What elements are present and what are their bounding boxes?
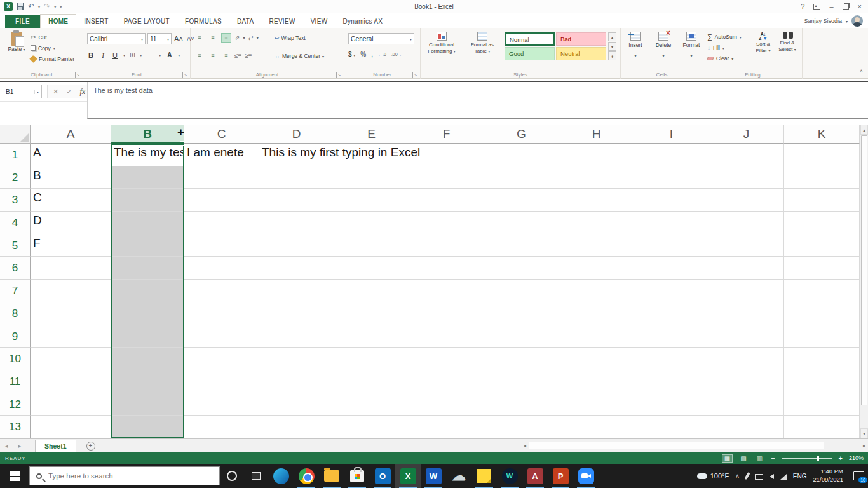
borders-icon[interactable]: ⊞ — [130, 51, 135, 59]
cell-i2[interactable] — [634, 166, 709, 189]
cell-a5[interactable]: F — [31, 234, 111, 257]
fill-handle[interactable] — [180, 141, 184, 146]
row-header-11[interactable]: 11 — [0, 370, 31, 393]
column-header-d[interactable]: D — [259, 125, 334, 144]
taskbar-app-access[interactable]: A — [522, 464, 548, 488]
cell-b2[interactable] — [111, 166, 184, 189]
cell-h11[interactable] — [559, 370, 634, 393]
decrease-indent-icon[interactable]: ≤≡ — [234, 52, 241, 59]
column-header-c[interactable]: C — [184, 125, 259, 144]
cell-i4[interactable] — [634, 212, 709, 234]
collapse-ribbon-icon[interactable]: ˄ — [860, 68, 863, 74]
cell-c13[interactable] — [184, 416, 259, 438]
undo-dropdown-icon[interactable]: ▾ — [38, 4, 40, 9]
underline-dropdown-icon[interactable]: ▾ — [123, 53, 125, 57]
cell-a6[interactable] — [31, 257, 111, 280]
middle-align-icon[interactable]: ≡ — [208, 33, 218, 43]
percent-icon[interactable]: % — [360, 51, 366, 58]
cell-d9[interactable] — [259, 325, 334, 348]
cell-e9[interactable] — [334, 325, 409, 348]
cell-a11[interactable] — [31, 370, 111, 393]
cell-a9[interactable] — [31, 325, 111, 348]
bottom-align-icon[interactable]: ≡ — [221, 33, 231, 43]
cell-k5[interactable] — [784, 234, 860, 257]
cell-b7[interactable] — [111, 280, 184, 302]
autosum-dropdown-icon[interactable]: ▾ — [740, 35, 742, 39]
delete-dropdown-icon[interactable]: ▾ — [662, 54, 664, 58]
cell-c3[interactable] — [184, 189, 259, 212]
cell-e10[interactable] — [334, 348, 409, 370]
column-header-h[interactable]: H — [559, 125, 634, 144]
format-dropdown-icon[interactable]: ▾ — [690, 54, 692, 58]
vertical-scrollbar[interactable]: ▴ ▾ — [860, 125, 868, 438]
copy-dropdown-icon[interactable]: ▾ — [53, 46, 55, 50]
taskbar-app-store[interactable] — [344, 464, 370, 488]
cell-i7[interactable] — [634, 280, 709, 302]
avatar[interactable] — [851, 15, 863, 27]
sheet-nav-left-icon[interactable]: ◂ — [0, 443, 13, 449]
cell-e4[interactable] — [334, 212, 409, 234]
cell-k8[interactable] — [784, 302, 860, 325]
cell-f12[interactable] — [409, 393, 484, 416]
cell-i6[interactable] — [634, 257, 709, 280]
currency-dropdown-icon[interactable]: ▾ — [353, 53, 355, 57]
borders-dropdown-icon[interactable]: ▾ — [140, 53, 142, 57]
cell-f9[interactable] — [409, 325, 484, 348]
cell-c11[interactable] — [184, 370, 259, 393]
search-input[interactable] — [47, 471, 200, 480]
row-header-7[interactable]: 7 — [0, 280, 31, 302]
tray-pen-icon[interactable] — [744, 472, 750, 480]
cell-h5[interactable] — [559, 234, 634, 257]
cell-a12[interactable] — [31, 393, 111, 416]
gallery-down-icon[interactable]: ▾ — [608, 42, 616, 51]
alignment-dialog-launcher[interactable]: ↘ — [336, 72, 342, 78]
cell-j10[interactable] — [709, 348, 784, 370]
copy-button[interactable]: Copy▾ — [31, 44, 74, 52]
cell-j8[interactable] — [709, 302, 784, 325]
horizontal-scroll-thumb[interactable] — [529, 442, 824, 449]
cell-k7[interactable] — [784, 280, 860, 302]
align-right-icon[interactable]: ≡ — [221, 51, 231, 60]
taskbar-app-chrome[interactable] — [294, 464, 319, 488]
column-header-k[interactable]: K — [784, 125, 860, 144]
cell-h8[interactable] — [559, 302, 634, 325]
zoom-slider-thumb[interactable] — [817, 456, 819, 461]
cell-b4[interactable] — [111, 212, 184, 234]
task-view-button[interactable] — [244, 464, 268, 488]
tab-formulas[interactable]: FORMULAS — [177, 15, 229, 28]
name-box-dropdown-icon[interactable]: ▾ — [34, 90, 39, 94]
cell-style-neutral[interactable]: Neutral — [556, 47, 606, 60]
text-direction-icon[interactable]: ⇄ — [248, 34, 253, 41]
align-left-icon[interactable]: ≡ — [194, 51, 205, 60]
zoom-out-icon[interactable]: − — [771, 454, 775, 462]
clear-dropdown-icon[interactable]: ▾ — [731, 57, 733, 61]
format-as-table-button[interactable]: Format asTable ▾ — [461, 32, 503, 55]
currency-icon[interactable]: $ ▾ — [348, 51, 355, 58]
column-header-i[interactable]: I — [634, 125, 709, 144]
cell-d1[interactable]: This is my first typing in Excel — [259, 144, 334, 166]
cell-j2[interactable] — [709, 166, 784, 189]
tab-page-layout[interactable]: PAGE LAYOUT — [116, 15, 177, 28]
cell-a7[interactable] — [31, 280, 111, 302]
increase-decimal-icon[interactable]: ←.0 — [378, 52, 386, 57]
merge-center-button[interactable]: ↔Merge & Center▾ — [275, 53, 324, 59]
cell-j13[interactable] — [709, 416, 784, 438]
cell-j3[interactable] — [709, 189, 784, 212]
font-size-combo[interactable]: 11▾ — [147, 33, 172, 44]
new-sheet-icon[interactable]: + — [86, 442, 95, 451]
cell-j9[interactable] — [709, 325, 784, 348]
cell-f4[interactable] — [409, 212, 484, 234]
cell-g9[interactable] — [484, 325, 559, 348]
cell-j11[interactable] — [709, 370, 784, 393]
cell-e13[interactable] — [334, 416, 409, 438]
cell-i5[interactable] — [634, 234, 709, 257]
column-header-f[interactable]: F — [409, 125, 484, 144]
account-dropdown-icon[interactable]: ▾ — [846, 19, 848, 24]
insert-button[interactable]: Insert▾ — [625, 32, 646, 60]
customize-qat-dropdown-icon[interactable]: ▾ — [60, 4, 62, 9]
restore-icon[interactable] — [843, 4, 849, 10]
normal-view-icon[interactable]: ▦ — [722, 455, 732, 462]
cell-c10[interactable] — [184, 348, 259, 370]
cell-e8[interactable] — [334, 302, 409, 325]
cell-e6[interactable] — [334, 257, 409, 280]
